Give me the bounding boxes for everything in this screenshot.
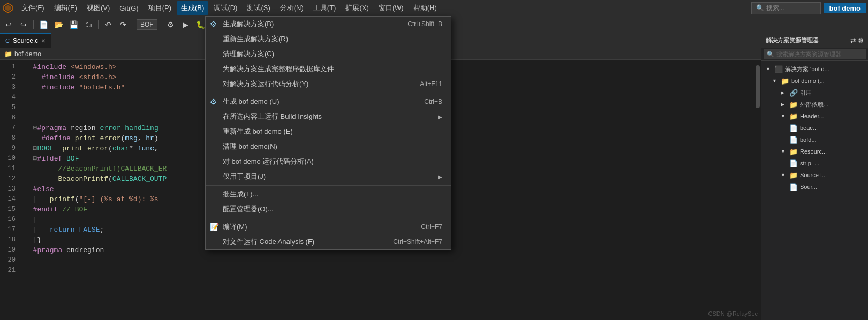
generate-db-label: 为解决方案生成完整程序数据库文件: [223, 64, 442, 74]
tab-close-btn[interactable]: ✕: [41, 38, 46, 44]
project-icon: 📁: [781, 77, 789, 85]
menu-debug[interactable]: 调试(D): [209, 1, 241, 15]
extdeps-arrow-icon: ▶: [781, 102, 787, 107]
tree-sources[interactable]: ▼ 📁 Source f...: [761, 169, 868, 181]
ln-10: 10: [2, 154, 16, 164]
menu-analyze-project[interactable]: 对 bof demo 运行代码分析(A): [206, 154, 451, 169]
toolbar-run-btn[interactable]: ▶: [179, 18, 192, 31]
menu-rebuild-solution[interactable]: 重新生成解决方案(R): [206, 32, 451, 47]
menu-analyze[interactable]: 分析(N): [276, 1, 308, 15]
resources-arrow-icon: ▼: [781, 149, 787, 154]
refs-label: 引用: [800, 89, 812, 97]
menu-rebuild-project[interactable]: 重新生成 bof demo (E): [206, 124, 451, 139]
ln-6: 6: [2, 113, 16, 123]
menu-edit[interactable]: 编辑(E): [50, 1, 81, 15]
vertical-scrollbar[interactable]: [754, 60, 761, 320]
search-container[interactable]: 🔍 搜索...: [751, 2, 821, 14]
ln-9: 9: [2, 143, 16, 154]
toolbar-build-btn[interactable]: ⚙: [164, 18, 177, 31]
tree-resources[interactable]: ▼ 📁 Resourc...: [761, 146, 868, 157]
tree-file-bofdefs[interactable]: 📄 bofd...: [761, 134, 868, 146]
toolbar-redo-btn[interactable]: ↷: [117, 18, 130, 31]
menu-tools[interactable]: 工具(T): [309, 1, 341, 15]
panel-sync-icon[interactable]: ⇄: [850, 37, 856, 44]
toolbar-new-btn[interactable]: 📄: [37, 18, 50, 31]
ln-4: 4: [2, 93, 16, 103]
toolbar-open-btn[interactable]: 📂: [52, 18, 65, 31]
solution-label: 解决方案 'bof d...: [785, 65, 829, 73]
search-box-container[interactable]: 🔍 搜索解决方案资源管理器: [764, 49, 866, 59]
project-only-label: 仅用于项目(J): [223, 172, 434, 181]
menu-clean-solution[interactable]: 清理解决方案(C): [206, 47, 451, 62]
menu-window[interactable]: 窗口(W): [374, 1, 408, 15]
clean-solution-label: 清理解决方案(C): [223, 49, 442, 59]
menu-clean-project[interactable]: 清理 bof demo(N): [206, 139, 451, 154]
menu-config-manager[interactable]: 配置管理器(O)...: [206, 202, 451, 217]
tree-headers[interactable]: ▼ 📁 Header...: [761, 110, 868, 122]
toolbar-sep-1: [33, 20, 34, 29]
ln-18: 18: [2, 235, 16, 245]
build-config-label[interactable]: BOF: [137, 19, 157, 30]
ln-16: 16: [2, 215, 16, 225]
menu-build[interactable]: 生成(B): [177, 1, 208, 15]
menu-project[interactable]: 项目(P): [144, 1, 176, 15]
menu-test[interactable]: 测试(S): [243, 1, 274, 15]
toolbar-forward-btn[interactable]: ↪: [17, 18, 30, 31]
resources-icon: 📁: [789, 148, 798, 156]
tab-source-c[interactable]: C Source.c ✕: [0, 33, 51, 48]
tree-project[interactable]: ▼ 📁 bof demo (...: [761, 75, 868, 87]
menu-code-analysis[interactable]: 对文件运行 Code Analysis (F) Ctrl+Shift+Alt+F…: [206, 234, 451, 249]
tree-extern-deps[interactable]: ▶ 📁 外部依赖...: [761, 98, 868, 110]
rebuild-project-label: 重新生成 bof demo (E): [223, 127, 442, 136]
headers-icon: 📁: [789, 112, 798, 120]
ln-11: 11: [2, 164, 16, 174]
tree-solution[interactable]: ▼ ⬛ 解决方案 'bof d...: [761, 63, 868, 75]
tree-file-strip[interactable]: 📄 strip_...: [761, 157, 868, 169]
menu-bar-right: 🔍 搜索... bof demo: [751, 2, 866, 14]
ln-15: 15: [2, 204, 16, 215]
code-analysis-shortcut: Ctrl+Shift+Alt+F7: [393, 238, 442, 246]
menu-project-only[interactable]: 仅用于项目(J) ▶: [206, 169, 451, 184]
refs-icon: 🔗: [789, 89, 798, 97]
tree-references[interactable]: ▶ 🔗 引用: [761, 87, 868, 98]
menu-build-solution[interactable]: ⚙ 生成解决方案(B) Ctrl+Shift+B: [206, 17, 451, 32]
build-project-label: 生成 bof demo (U): [223, 97, 420, 106]
sources-icon: 📁: [789, 171, 798, 179]
code-analysis-label: 对文件运行 Code Analysis (F): [223, 237, 389, 247]
toolbar-save-all-btn[interactable]: 🗂: [82, 18, 95, 31]
menu-build-insights[interactable]: 在所选内容上运行 Build Insights ▶: [206, 109, 451, 124]
tree-file-beacon[interactable]: 📄 beac...: [761, 122, 868, 134]
menu-help[interactable]: 帮助(H): [409, 1, 441, 15]
ln-14: 14: [2, 194, 16, 204]
svg-marker-1: [5, 5, 11, 11]
menu-batch-build[interactable]: 批生成(T)...: [206, 187, 451, 202]
rebuild-solution-label: 重新生成解决方案(R): [223, 34, 442, 44]
solution-explorer-titlebar: 解决方案资源管理器 ⇄ ⚙: [761, 33, 868, 48]
menu-file[interactable]: 文件(F): [17, 1, 49, 15]
menu-build-project[interactable]: ⚙ 生成 bof demo (U) Ctrl+B: [206, 94, 451, 109]
build-insights-label: 在所选内容上运行 Build Insights: [223, 112, 434, 121]
menu-generate-db[interactable]: 为解决方案生成完整程序数据库文件: [206, 62, 451, 77]
menu-extensions[interactable]: 扩展(X): [341, 1, 373, 15]
menu-git[interactable]: Git(G): [115, 2, 142, 14]
tree-file-source[interactable]: 📄 Sour...: [761, 181, 868, 193]
menu-compile[interactable]: 📝 编译(M) Ctrl+F7: [206, 219, 451, 234]
toolbar-back-btn[interactable]: ↩: [2, 18, 15, 31]
ln-12: 12: [2, 174, 16, 184]
panel-search-icon: 🔍: [767, 51, 774, 58]
separator-3: [206, 218, 451, 218]
bofdefs-label: bofd...: [800, 136, 817, 143]
panel-search-label: 搜索解决方案资源管理器: [776, 50, 841, 58]
toolbar-save-btn[interactable]: 💾: [67, 18, 80, 31]
extdeps-label: 外部依赖...: [800, 101, 828, 109]
menu-view[interactable]: 视图(V): [82, 1, 114, 15]
strip-file-icon: 📄: [789, 159, 798, 167]
solution-icon: ⬛: [774, 65, 783, 73]
ln-8: 8: [2, 133, 16, 143]
menu-analyze-solution[interactable]: 对解决方案运行代码分析(Y) Alt+F11: [206, 77, 451, 92]
toolbar-undo-btn[interactable]: ↶: [102, 18, 115, 31]
solution-explorer-tree: ▼ ⬛ 解决方案 'bof d... ▼ 📁 bof demo (... ▶ 🔗…: [761, 61, 868, 320]
panel-settings-icon[interactable]: ⚙: [858, 37, 864, 44]
compile-shortcut: Ctrl+F7: [421, 223, 442, 231]
scrollbar-thumb[interactable]: [756, 65, 760, 108]
